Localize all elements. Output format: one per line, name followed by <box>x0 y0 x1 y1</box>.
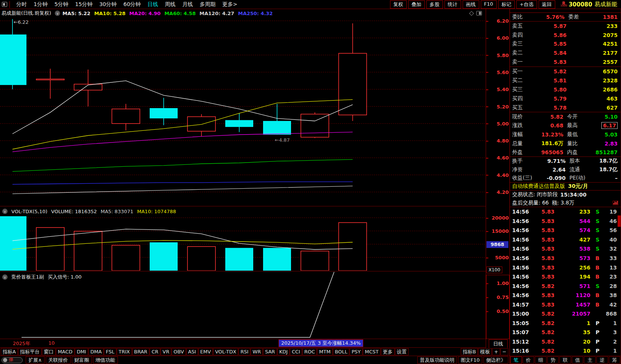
candlestick-chart[interactable]: ←6.22←4.87 <box>0 17 486 206</box>
toolbar-button-统计[interactable]: 统计 <box>444 0 461 9</box>
indicator-button-RSI[interactable]: RSI <box>238 348 250 355</box>
indicator-button-EMV[interactable]: EMV <box>198 348 213 355</box>
trade-tab-价[interactable]: 价 <box>523 356 534 364</box>
volume-chart[interactable] <box>0 215 486 271</box>
trade-tab-笔[interactable]: 笔 <box>510 356 522 364</box>
toolbar-button-F10[interactable]: F10 <box>481 0 497 9</box>
signal-chart[interactable] <box>0 271 486 339</box>
indicator-button-+[interactable]: + <box>492 348 500 355</box>
period-item-分时[interactable]: 分时 <box>16 1 27 8</box>
period-item-30分钟[interactable]: 30分钟 <box>99 1 117 8</box>
scrollbar-thumb[interactable] <box>618 215 621 227</box>
bottom-button-关联报价[interactable]: 关联报价 <box>46 356 71 364</box>
indicator-button-BRAR[interactable]: BRAR <box>132 348 149 355</box>
ask-row[interactable]: 卖四5.862075 <box>510 31 621 40</box>
period-item-60分钟[interactable]: 60分钟 <box>124 1 141 8</box>
indicator-button-CR[interactable]: CR <box>150 348 160 355</box>
indicator-button-指标平台[interactable]: 指标平台 <box>18 348 42 355</box>
period-item-5分钟[interactable]: 5分钟 <box>54 1 68 8</box>
trade-tab-值[interactable]: 值 <box>572 356 584 364</box>
trade-tab-势[interactable]: 势 <box>547 356 559 364</box>
indicator-button-指标B[interactable]: 指标B <box>461 348 478 355</box>
bottom-button-普及版功能说明[interactable]: 普及版功能说明 <box>417 356 457 364</box>
trade-row[interactable]: 14:565.83573B33 <box>510 254 621 263</box>
bid-row[interactable]: 买三5.802686 <box>510 85 621 94</box>
period-indicator-box[interactable]: 日线 <box>489 339 508 348</box>
collapse-chevron-icon[interactable] <box>55 11 60 16</box>
bottom-button-图文F10[interactable]: 图文F10 <box>458 356 482 364</box>
period-item-1分钟[interactable]: 1分钟 <box>34 1 48 8</box>
indicator-button-ASI[interactable]: ASI <box>186 348 198 355</box>
trade-tab-筹[interactable]: 筹 <box>609 356 621 364</box>
trade-row[interactable]: 14:565.831120B38 <box>510 291 621 300</box>
trade-row[interactable]: 15:005.8221057868 <box>510 309 621 319</box>
indicator-button-设置[interactable]: 设置 <box>395 348 409 355</box>
trade-row[interactable]: 14:565.83256B13 <box>510 263 621 272</box>
indicator-button-PSY[interactable]: PSY <box>350 348 362 355</box>
ask-row[interactable]: 卖三5.854251 <box>510 40 621 49</box>
trade-tab-主[interactable]: 主 <box>584 356 596 364</box>
bid-row[interactable]: 买四5.79463 <box>510 94 621 103</box>
indicator-button-OBV[interactable]: OBV <box>172 348 186 355</box>
toolbar-button-复权[interactable]: 复权 <box>390 0 407 9</box>
indicator-button-SAR[interactable]: SAR <box>263 348 277 355</box>
toolbar-button-画线[interactable]: 画线 <box>463 0 479 9</box>
indicator-button-模板[interactable]: 模板 <box>478 348 492 355</box>
indicator-button-CCI[interactable]: CCI <box>290 348 302 355</box>
trade-row[interactable]: 15:125.8220P2 <box>510 337 621 347</box>
indicator-button-VOL-TDX[interactable]: VOL-TDX <box>213 348 238 355</box>
bottom-button-侧边栏》[interactable]: 侧边栏》 <box>483 356 508 364</box>
period-item-多周期[interactable]: 多周期 <box>200 1 215 8</box>
toolbar-button-叠加[interactable]: 叠加 <box>408 0 425 9</box>
indicator-button-TRIX[interactable]: TRIX <box>117 348 132 355</box>
tick-trade-list[interactable]: 14:565.83233S1914:565.83544S4614:565.835… <box>510 207 621 356</box>
trade-row[interactable]: 14:565.83194B23 <box>510 272 621 282</box>
indicator-button-指标A[interactable]: 指标A <box>1 348 18 355</box>
period-item-15分钟[interactable]: 15分钟 <box>75 1 93 8</box>
trade-row[interactable]: 15:075.8235P3 <box>510 328 621 337</box>
subscription-banner[interactable]: 自动续费通达信普及版 30元/月 <box>510 182 621 191</box>
collapse-chevron-icon[interactable] <box>2 209 8 214</box>
indicator-button-KDJ[interactable]: KDJ <box>277 348 290 355</box>
indicator-button-MTM[interactable]: MTM <box>317 348 332 355</box>
indicator-button-WR[interactable]: WR <box>251 348 263 355</box>
trade-tab-联[interactable]: 联 <box>559 356 571 364</box>
toolbar-button-返回[interactable]: 返回 <box>539 0 555 9</box>
trade-row[interactable]: 15:165.8210P1 <box>510 346 621 356</box>
bottom-button-财富圈[interactable]: 财富圈 <box>72 356 92 364</box>
bottom-button-增值功能[interactable]: 增值功能 <box>93 356 118 364</box>
trade-row[interactable]: 15:055.821P1 <box>510 319 621 328</box>
bid-row[interactable]: 买一5.826570 <box>510 67 621 76</box>
collapse-chevron-icon[interactable] <box>2 274 8 280</box>
trade-row[interactable]: 14:565.82571S28 <box>510 281 621 291</box>
popup-toggle[interactable]: 弹 <box>2 357 23 363</box>
period-item-周线[interactable]: 周线 <box>165 1 175 8</box>
period-item-月线[interactable]: 月线 <box>182 1 193 8</box>
indicator-button-MCST[interactable]: MCST <box>363 348 381 355</box>
trade-row[interactable]: 14:565.83427S40 <box>510 235 621 245</box>
trade-tab-逆[interactable]: 逆 <box>596 356 608 364</box>
trade-row[interactable]: 14:575.831457B42 <box>510 300 621 309</box>
trade-row[interactable]: 14:565.83538S32 <box>510 244 621 254</box>
side-panel-toggle-icon[interactable] <box>476 11 482 15</box>
period-item-更多>[interactable]: 更多> <box>222 1 237 8</box>
indicator-button-−[interactable]: − <box>500 348 508 355</box>
indicator-button-BOLL[interactable]: BOLL <box>333 348 349 355</box>
date-axis[interactable]: 2025年 10 2025/10/17/五 3 至今涨幅14.34% <box>0 339 486 348</box>
bid-row[interactable]: 买二5.812328 <box>510 76 621 85</box>
mini-chart-icon[interactable] <box>613 201 618 205</box>
trade-tab-细[interactable]: 细 <box>535 356 547 364</box>
period-item-日线[interactable]: 日线 <box>147 1 158 8</box>
indicator-button-VR[interactable]: VR <box>161 348 171 355</box>
indicator-button-MACD[interactable]: MACD <box>56 348 74 355</box>
window-layout-icon[interactable] <box>2 2 7 7</box>
ask-row[interactable]: 卖二5.842177 <box>510 48 621 57</box>
diamond-marker-icon[interactable] <box>469 11 474 16</box>
bottom-button-扩展∧[interactable]: 扩展∧ <box>26 356 45 364</box>
ask-row[interactable]: 卖五5.87233 <box>510 22 621 31</box>
indicator-button-ROC[interactable]: ROC <box>302 348 317 355</box>
indicator-button-窗口[interactable]: 窗口 <box>42 348 56 355</box>
indicator-button-DMA[interactable]: DMA <box>88 348 104 355</box>
toolbar-button-+自选[interactable]: +自选 <box>516 0 537 9</box>
trade-row[interactable]: 14:565.83574S56 <box>510 226 621 235</box>
